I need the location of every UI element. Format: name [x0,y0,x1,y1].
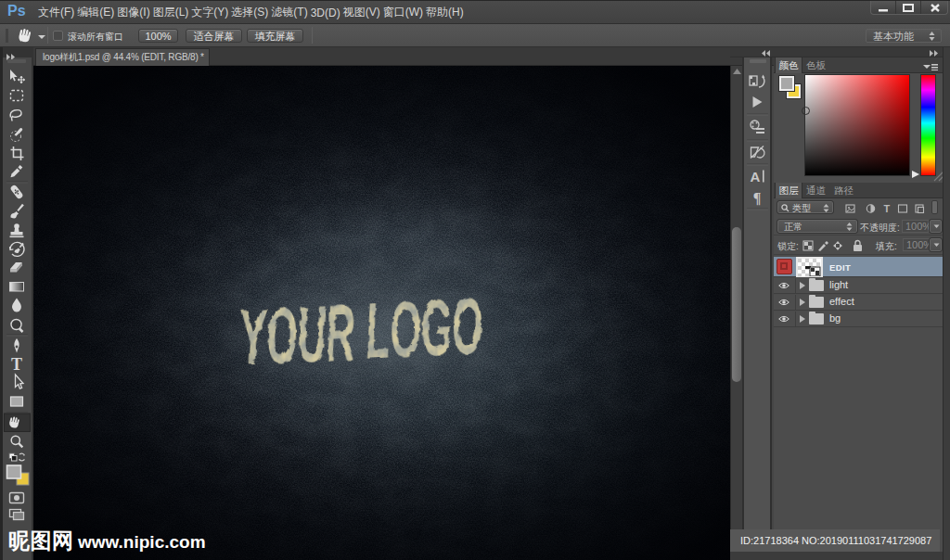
svg-text:T: T [11,355,22,374]
svg-text:T: T [884,203,891,214]
svg-text:¶: ¶ [753,190,762,206]
svg-text:A: A [751,169,761,185]
